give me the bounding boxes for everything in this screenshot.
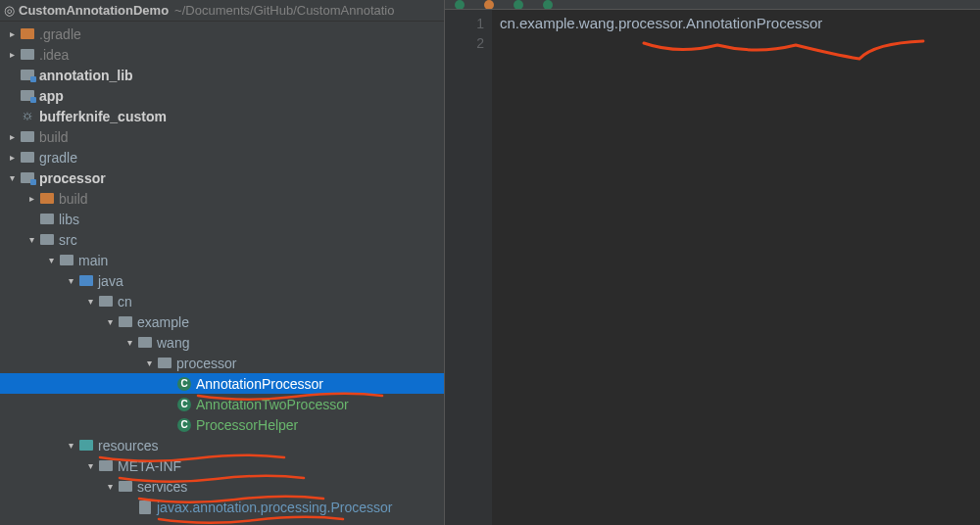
folder-icon	[98, 294, 114, 310]
tree-node[interactable]: wang	[0, 332, 444, 353]
expand-arrow-icon[interactable]	[6, 152, 18, 163]
module-icon	[20, 88, 35, 104]
tree-node-label: annotation_lib	[39, 68, 133, 83]
tree-node[interactable]: processor	[0, 167, 444, 188]
expand-arrow-icon[interactable]	[65, 440, 76, 451]
tree-node-label: build	[39, 129, 69, 145]
editor-tabs[interactable]	[445, 0, 980, 10]
expand-arrow-icon[interactable]	[84, 296, 96, 307]
file-icon	[543, 0, 553, 10]
tree-node-label: example	[137, 314, 189, 330]
project-tool-window: ◎ CustomAnnotationDemo ~/Documents/GitHu…	[0, 0, 445, 525]
tree-node[interactable]: main	[0, 250, 444, 270]
folder-icon	[59, 253, 74, 268]
expand-arrow-icon[interactable]	[84, 460, 96, 471]
folder-icon	[118, 314, 133, 330]
project-header[interactable]: ◎ CustomAnnotationDemo ~/Documents/GitHu…	[0, 0, 444, 22]
folder-icon	[39, 232, 55, 248]
tree-node[interactable]: annotation_lib	[0, 65, 444, 85]
expand-arrow-icon[interactable]	[6, 131, 18, 142]
folder-icon	[20, 150, 35, 166]
expand-arrow-icon[interactable]	[6, 49, 18, 60]
tree-node-label: app	[39, 88, 64, 104]
tree-node[interactable]: src	[0, 229, 444, 250]
source-folder-icon	[78, 273, 94, 289]
tree-node[interactable]: libs	[0, 209, 444, 229]
tree-node-label: .idea	[39, 47, 69, 63]
code-line: cn.example.wang.processor.AnnotationProc…	[500, 14, 972, 33]
expand-arrow-icon[interactable]	[104, 316, 116, 327]
module-icon	[20, 170, 35, 186]
expand-arrow-icon[interactable]	[6, 28, 18, 39]
freehand-annotation-icon	[639, 33, 933, 63]
tree-node-label: java	[98, 273, 123, 289]
tree-node-label: wang	[157, 335, 189, 351]
tree-node[interactable]: build	[0, 126, 444, 147]
expand-arrow-icon[interactable]	[123, 337, 135, 348]
folder-excluded-icon	[39, 191, 55, 207]
file-icon	[484, 0, 494, 10]
folder-icon	[137, 335, 153, 351]
tree-node-label: main	[78, 253, 108, 268]
tree-node[interactable]: .gradle	[0, 24, 444, 44]
class-icon: C	[176, 376, 192, 392]
editor-tab[interactable]	[504, 0, 533, 9]
file-icon	[514, 0, 523, 10]
tree-node[interactable]: build	[0, 188, 444, 209]
folder-excluded-icon	[20, 26, 35, 42]
editor-tab[interactable]	[533, 0, 563, 9]
folder-icon	[20, 129, 35, 145]
tree-node[interactable]: gradle	[0, 147, 444, 167]
tree-node-label: build	[59, 191, 88, 207]
editor-tab[interactable]	[474, 0, 504, 9]
editor-tab[interactable]	[445, 0, 474, 9]
tree-node-label: cn	[118, 294, 132, 310]
locate-icon: ◎	[4, 3, 15, 18]
expand-arrow-icon[interactable]	[25, 193, 37, 204]
tree-node-label: src	[59, 232, 77, 248]
tree-node-label: processor	[39, 170, 106, 186]
tree-node-label: processor	[176, 356, 236, 371]
line-number: 1	[445, 14, 484, 33]
tree-node-label: bufferknife_custom	[39, 109, 167, 124]
tree-node-label: .gradle	[39, 26, 81, 42]
expand-arrow-icon[interactable]	[65, 275, 76, 286]
tree-node[interactable]: CProcessorHelper	[0, 414, 444, 435]
expand-arrow-icon[interactable]	[25, 234, 37, 245]
class-icon: C	[176, 397, 192, 412]
resources-folder-icon	[78, 438, 94, 453]
tree-node-label: gradle	[39, 150, 77, 166]
expand-arrow-icon[interactable]	[45, 255, 57, 265]
expand-arrow-icon[interactable]	[143, 358, 155, 368]
tree-node[interactable]: resources	[0, 435, 444, 455]
expand-arrow-icon[interactable]	[104, 481, 116, 492]
tree-node[interactable]: java	[0, 270, 444, 291]
expand-arrow-icon[interactable]	[6, 172, 18, 183]
file-icon	[455, 0, 465, 10]
editor-pane: 1 2 cn.example.wang.processor.Annotation…	[445, 0, 980, 525]
line-number: 2	[445, 33, 484, 53]
tree-node[interactable]: cn	[0, 291, 444, 311]
folder-icon	[20, 47, 35, 63]
editor-body: 1 2 cn.example.wang.processor.Annotation…	[445, 10, 980, 525]
tree-node[interactable]: processor	[0, 353, 444, 373]
class-icon: C	[176, 417, 192, 433]
tree-node[interactable]: app	[0, 85, 444, 106]
project-tree[interactable]: .gradle.ideaannotation_libapp⛭bufferknif…	[0, 22, 444, 525]
folder-icon	[39, 212, 55, 227]
code-area[interactable]: cn.example.wang.processor.AnnotationProc…	[492, 10, 980, 525]
tree-node-label: ProcessorHelper	[196, 417, 298, 433]
folder-icon	[157, 356, 172, 371]
tree-node[interactable]: ⛭bufferknife_custom	[0, 106, 444, 126]
project-path: ~/Documents/GitHub/CustomAnnotatio	[174, 3, 394, 18]
module-icon	[20, 68, 35, 83]
tree-node[interactable]: example	[0, 311, 444, 332]
project-name: CustomAnnotationDemo	[19, 3, 169, 18]
tree-node-label: libs	[59, 212, 79, 227]
tree-node[interactable]: .idea	[0, 44, 444, 65]
gradle-module-icon: ⛭	[20, 109, 35, 124]
line-gutter: 1 2	[445, 10, 492, 525]
